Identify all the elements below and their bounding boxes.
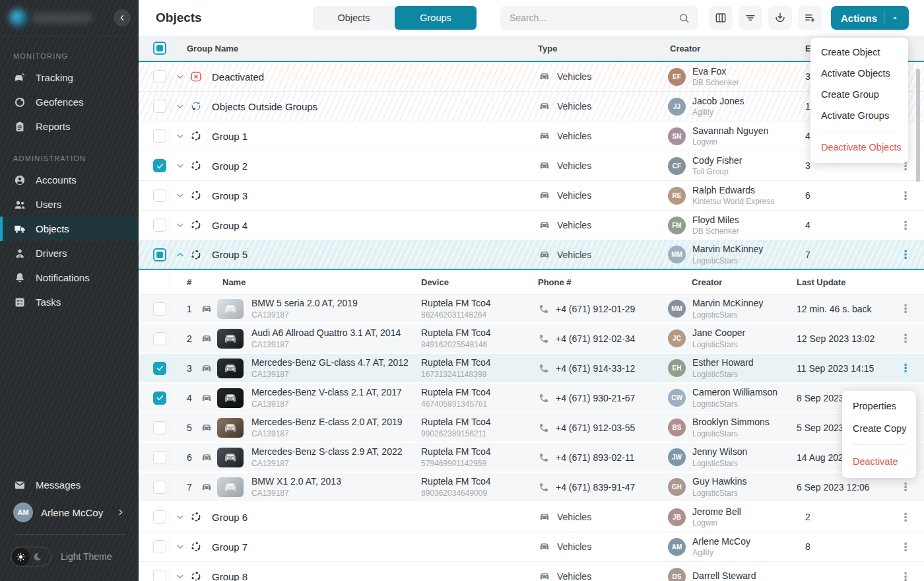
row-checkbox[interactable] — [153, 219, 166, 232]
menu-item-activate-objects[interactable]: Activate Objects — [810, 63, 908, 84]
sidebar-item-notifications[interactable]: Notifications — [0, 265, 139, 290]
row-menu-button[interactable]: ⋮ — [887, 502, 924, 531]
download-button[interactable] — [768, 6, 792, 30]
object-row[interactable]: 6 Mercedes-Benz S-class 2.9 AT, 2022CA13… — [139, 443, 924, 473]
add-to-list-button[interactable] — [798, 6, 822, 30]
group-row[interactable]: Group 1 Vehicles SNSavannah NguyenLogwin… — [139, 121, 924, 151]
theme-switch-row: Light Theme — [0, 541, 139, 572]
theme-toggle[interactable] — [11, 547, 51, 566]
phone-number: +4 (671) 930-21-67 — [556, 393, 635, 403]
vertical-scrollbar-thumb[interactable] — [916, 69, 920, 182]
sidebar-item-drivers[interactable]: Drivers — [0, 241, 139, 265]
actions-button[interactable]: Actions — [831, 6, 909, 30]
row-menu-button[interactable]: ⋮ — [887, 240, 924, 269]
expand-toggle[interactable] — [170, 211, 189, 240]
row-checkbox[interactable] — [153, 100, 166, 113]
expand-toggle[interactable] — [170, 62, 189, 91]
row-menu-button[interactable]: ⋮ — [887, 562, 924, 581]
row-checkbox[interactable] — [153, 248, 166, 261]
row-menu-button[interactable]: ⋮ — [887, 532, 924, 561]
menu-item-deactivate-objects[interactable]: Deactivate Objects — [810, 137, 908, 158]
row-checkbox[interactable] — [153, 451, 166, 464]
row-checkbox[interactable] — [153, 570, 166, 581]
sidebar-item-objects[interactable]: Objects — [0, 217, 139, 241]
row-menu-button[interactable]: ⋮ — [887, 354, 924, 382]
kebab-icon: ⋮ — [900, 512, 911, 523]
group-row[interactable]: Objects Outside Groups Vehicles JJJacob … — [139, 92, 924, 121]
group-row[interactable]: Deactivated Vehicles EFEva FoxDB Schenke… — [139, 62, 924, 92]
vehicle-icon-cell — [200, 443, 217, 471]
column-header-name[interactable]: Name — [200, 270, 421, 294]
expand-toggle[interactable] — [170, 532, 189, 561]
row-checkbox[interactable] — [153, 481, 166, 494]
group-row[interactable]: Group 5 Vehicles MMMarvin McKinneyLogist… — [139, 240, 924, 270]
column-header-type[interactable]: Type — [538, 36, 667, 61]
row-checkbox[interactable] — [153, 421, 166, 434]
expand-toggle[interactable] — [170, 92, 189, 121]
sidebar-item-reports[interactable]: Reports — [0, 114, 139, 139]
column-header-creator[interactable]: Creator — [667, 270, 797, 294]
expand-toggle[interactable] — [170, 240, 189, 269]
row-menu-button[interactable]: ⋮ — [887, 294, 924, 323]
sidebar-item-users[interactable]: Users — [0, 192, 139, 217]
row-checkbox[interactable] — [153, 510, 166, 524]
expand-toggle[interactable] — [170, 181, 189, 210]
row-menu-button[interactable]: ⋮ — [887, 211, 924, 240]
current-user-menu[interactable]: AM Arlene McCoy — [0, 497, 139, 528]
sidebar-item-geofences[interactable]: Geofences — [0, 90, 139, 114]
group-row[interactable]: Group 7 Vehicles AMArlene McCoyAgility 8… — [139, 532, 924, 562]
group-name-cell: Group 7 — [212, 532, 538, 561]
expand-toggle[interactable] — [170, 151, 189, 180]
sidebar-item-messages[interactable]: Messages — [0, 473, 139, 497]
column-header-number[interactable]: # — [170, 270, 200, 294]
object-plate: CA139187 — [251, 459, 403, 468]
search-input[interactable] — [510, 13, 678, 23]
group-row[interactable]: Group 4 Vehicles FMFloyd MilesDB Schenke… — [139, 211, 924, 240]
group-row[interactable]: Group 8 Vehicles DSDarrell Steward ⋮ — [139, 562, 924, 581]
row-menu-button[interactable]: ⋮ — [887, 181, 924, 210]
filter-button[interactable] — [739, 6, 762, 30]
group-row[interactable]: Group 6 Vehicles JBJerome BellLogwin 2 ⋮ — [139, 502, 924, 532]
column-header-creator[interactable]: Creator — [667, 36, 799, 61]
group-row[interactable]: Group 3 Vehicles RERalph EdwardsKintetsu… — [139, 181, 924, 211]
row-checkbox[interactable] — [153, 362, 166, 375]
row-checkbox[interactable] — [153, 540, 166, 553]
expand-toggle[interactable] — [170, 562, 189, 581]
menu-item-activate-groups[interactable]: Activate Groups — [810, 105, 908, 126]
columns-button[interactable] — [709, 6, 733, 30]
object-row[interactable]: 4 Mercedes-Benz V-class 2.1 AT, 2017CA13… — [139, 384, 924, 413]
object-row[interactable]: 3 Mercedes-Benz GL-class 4.7 AT, 2012CA1… — [139, 354, 924, 384]
sidebar-collapse-button[interactable] — [114, 9, 131, 26]
row-menu-button[interactable]: ⋮ — [887, 324, 924, 353]
toggle-groups-button[interactable]: Groups — [395, 6, 477, 30]
menu-item-create-group[interactable]: Create Group — [810, 84, 908, 105]
select-all-checkbox[interactable] — [153, 42, 166, 55]
column-header-phone[interactable]: Phone # — [538, 270, 667, 294]
menu-item-create-copy[interactable]: Create Copy — [842, 417, 916, 440]
object-row[interactable]: 7 BMW X1 2.0 AT, 2013CA139187 Ruptela FM… — [139, 473, 924, 502]
sidebar-item-tracking[interactable]: Tracking — [0, 65, 139, 90]
group-row[interactable]: Group 2 Vehicles CFCody FisherToll Group… — [139, 151, 924, 181]
toggle-objects-button[interactable]: Objects — [313, 6, 395, 30]
row-checkbox[interactable] — [153, 159, 166, 172]
row-checkbox[interactable] — [153, 392, 166, 405]
object-row[interactable]: 5 Mercedes-Benz E-class 2.0 AT, 2019CA13… — [139, 413, 924, 443]
row-checkbox[interactable] — [153, 70, 166, 83]
row-checkbox[interactable] — [153, 302, 166, 316]
object-row[interactable]: 1 BMW 5 seria 2.0 AT, 2019CA139187 Rupte… — [139, 294, 924, 324]
sidebar-item-accounts[interactable]: Accounts — [0, 168, 139, 192]
expand-toggle[interactable] — [170, 502, 189, 531]
creator-name: Jane Cooper — [692, 327, 745, 338]
column-header-group-name[interactable]: Group Name — [170, 36, 538, 61]
sidebar-item-tasks[interactable]: Tasks — [0, 290, 139, 314]
expand-toggle[interactable] — [170, 121, 189, 151]
menu-item-properties[interactable]: Properties — [842, 395, 916, 417]
row-checkbox[interactable] — [153, 129, 166, 143]
menu-item-create-object[interactable]: Create Object — [810, 42, 908, 63]
menu-item-deactivate[interactable]: Deactivate — [842, 450, 916, 473]
row-checkbox[interactable] — [153, 332, 166, 345]
column-header-last-update[interactable]: Last Update — [797, 270, 887, 294]
column-header-device[interactable]: Device — [421, 270, 538, 294]
row-checkbox[interactable] — [153, 189, 166, 202]
object-row[interactable]: 2 Audi A6 Allroad Quattro 3.1 AT, 2014CA… — [139, 324, 924, 354]
